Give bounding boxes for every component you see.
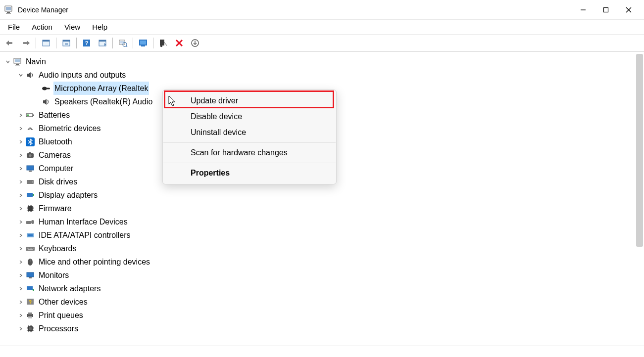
svg-rect-59 — [28, 249, 33, 250]
svg-rect-43 — [29, 171, 32, 172]
update-driver-button[interactable] — [136, 37, 150, 49]
tree-category[interactable]: Processors — [4, 322, 644, 335]
ctx-uninstall-device[interactable]: Uninstall device — [163, 125, 336, 140]
enable-device-button[interactable] — [188, 37, 202, 49]
ctx-update-driver[interactable]: Update driver — [163, 93, 336, 109]
ctx-scan-hardware[interactable]: Scan for hardware changes — [163, 145, 336, 161]
monitor-icon — [25, 270, 36, 281]
tree-category[interactable]: Display adapters — [4, 188, 644, 202]
svg-rect-8 — [9, 42, 12, 44]
menu-file[interactable]: File — [2, 21, 26, 33]
chevron-right-icon[interactable] — [17, 126, 25, 131]
battery-icon — [25, 110, 36, 121]
help-button[interactable]: ? — [80, 37, 94, 49]
svg-rect-65 — [33, 289, 34, 291]
chevron-right-icon[interactable] — [17, 233, 25, 238]
menu-view[interactable]: View — [58, 21, 86, 33]
chevron-right-icon[interactable] — [17, 286, 25, 291]
svg-line-21 — [126, 46, 127, 47]
processor-icon — [25, 323, 36, 334]
tree-category-label: Mice and other pointing devices — [38, 255, 151, 268]
tree-category-audio[interactable]: Audio inputs and outputs — [4, 68, 644, 82]
close-button[interactable] — [617, 2, 640, 18]
back-button[interactable] — [3, 37, 17, 49]
tree-category[interactable]: Network adapters — [4, 282, 644, 295]
tree-category[interactable]: Print queues — [4, 309, 644, 322]
svg-point-25 — [160, 45, 162, 46]
svg-rect-9 — [23, 42, 27, 44]
chevron-right-icon[interactable] — [17, 113, 25, 118]
svg-rect-34 — [47, 88, 50, 89]
tree-device-label: Microphone Array (Realtek — [53, 82, 149, 95]
svg-rect-41 — [29, 152, 31, 154]
keyboard-icon — [25, 243, 36, 254]
vertical-scrollbar[interactable] — [636, 54, 643, 247]
maximize-button[interactable] — [594, 2, 617, 18]
ctx-properties[interactable]: Properties — [163, 165, 336, 181]
scan-hardware-button[interactable] — [116, 37, 130, 49]
chevron-right-icon[interactable] — [17, 326, 25, 331]
forward-button[interactable] — [19, 37, 33, 49]
tree-category-label: Processors — [38, 322, 79, 335]
context-menu: Update driver Disable device Uninstall d… — [162, 89, 337, 184]
ctx-disable-device[interactable]: Disable device — [163, 109, 336, 125]
svg-rect-24 — [160, 40, 164, 45]
svg-rect-58 — [33, 248, 34, 249]
tree-category-label: Other devices — [38, 295, 89, 309]
svg-rect-53 — [26, 247, 35, 251]
svg-rect-46 — [27, 193, 33, 197]
chevron-down-icon[interactable] — [4, 59, 12, 64]
tree-category-label: Monitors — [38, 268, 70, 282]
menu-help[interactable]: Help — [86, 21, 113, 33]
chevron-right-icon[interactable] — [17, 273, 25, 278]
tree-category-label: Print queues — [38, 309, 84, 322]
menu-bar: File Action View Help — [0, 20, 644, 35]
chevron-right-icon[interactable] — [17, 260, 25, 265]
svg-rect-47 — [33, 194, 34, 196]
svg-rect-57 — [31, 248, 32, 249]
speaker-icon — [25, 70, 36, 81]
tree-category[interactable]: Monitors — [4, 268, 644, 282]
tree-category[interactable]: Firmware — [4, 202, 644, 215]
properties-button[interactable] — [59, 37, 73, 49]
svg-text:?: ? — [29, 300, 32, 305]
menu-action[interactable]: Action — [26, 21, 58, 33]
tree-category-label: Biometric devices — [38, 122, 101, 135]
chevron-right-icon[interactable] — [17, 246, 25, 251]
action-button[interactable] — [96, 37, 109, 49]
chevron-right-icon[interactable] — [17, 313, 25, 318]
minimize-button[interactable] — [572, 2, 594, 18]
svg-rect-48 — [28, 206, 33, 211]
tree-category[interactable]: Mice and other pointing devices — [4, 255, 644, 268]
chevron-right-icon[interactable] — [17, 139, 25, 144]
tree-category-label: Firmware — [38, 202, 73, 215]
show-hidden-button[interactable] — [39, 37, 53, 49]
disable-device-button[interactable] — [156, 37, 170, 49]
uninstall-device-button[interactable] — [172, 37, 186, 49]
chevron-right-icon[interactable] — [17, 206, 25, 211]
chevron-right-icon[interactable] — [17, 193, 25, 198]
tree-category[interactable]: Human Interface Devices — [4, 215, 644, 228]
svg-text:?: ? — [85, 40, 89, 46]
svg-rect-5 — [604, 7, 608, 12]
tree-category[interactable]: IDE ATA/ATAPI controllers — [4, 228, 644, 242]
printer-icon — [25, 310, 36, 321]
chevron-right-icon[interactable] — [17, 153, 25, 158]
svg-rect-17 — [99, 40, 106, 42]
svg-rect-54 — [27, 248, 28, 249]
svg-point-50 — [31, 220, 34, 224]
tree-root[interactable]: Navin — [4, 55, 644, 68]
chevron-right-icon[interactable] — [17, 220, 25, 224]
chevron-right-icon[interactable] — [17, 179, 25, 184]
divider — [0, 346, 644, 346]
hid-icon — [25, 217, 36, 227]
ctx-separator — [163, 163, 336, 163]
svg-rect-72 — [29, 327, 32, 330]
chevron-right-icon[interactable] — [17, 166, 25, 171]
chevron-down-icon[interactable] — [17, 73, 25, 78]
display-adapter-icon — [25, 190, 36, 201]
tree-category[interactable]: ?Other devices — [4, 295, 644, 309]
svg-rect-32 — [15, 65, 20, 65]
chevron-right-icon[interactable] — [17, 300, 25, 305]
tree-category[interactable]: Keyboards — [4, 242, 644, 255]
